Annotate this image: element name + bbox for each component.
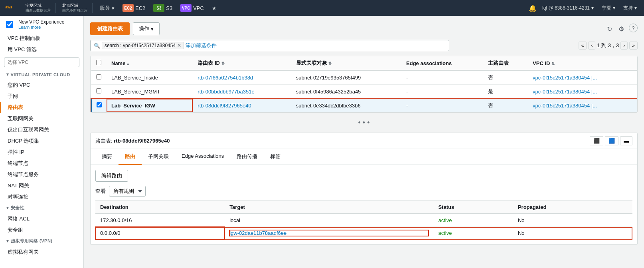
row3-edge: - <box>401 99 483 113</box>
add-filter-button[interactable]: 添加筛选条件 <box>186 42 217 49</box>
user-chevron-icon: ▾ <box>591 5 594 11</box>
nav-services[interactable]: 服务 ▾ <box>97 4 117 12</box>
nav-vpc[interactable]: VPC VPC <box>178 4 206 12</box>
region2-info: 北京区域 由光环新网运营 <box>62 3 87 13</box>
sidebar-item-vpc-dashboard[interactable]: VPC 控制面板 <box>0 33 83 44</box>
pagination: « ‹ 1 到 3，3 › » <box>579 42 638 50</box>
row3-vpc: vpc-0f15c25171a380454 |... <box>528 99 637 113</box>
tab-summary[interactable]: 摘要 <box>95 149 119 165</box>
view-side-button[interactable]: ▬ <box>620 136 632 145</box>
row3-main: 否 <box>483 99 528 113</box>
route1-dest: 172.30.0.0/16 <box>95 214 225 227</box>
pagination-next-button[interactable]: › <box>620 42 628 50</box>
bell-icon[interactable]: 🔔 <box>529 4 537 12</box>
table-header-row: Name ▴ 路由表 ID ⇅ 显式关联对象 ⇅ Edge associat <box>91 56 638 70</box>
help-button[interactable]: ? <box>629 24 638 32</box>
filter-label: 查看 <box>95 188 106 195</box>
section-title-security: ▾ 安全性 <box>6 205 77 211</box>
row2-explicit: subnet-0f45986a43252ba45 <box>291 85 401 99</box>
route2-propagated: No <box>513 227 632 240</box>
toolbar-right: ↻ ⚙ ? <box>605 24 638 34</box>
top-nav: aws 宁夏区域 由西云数据运营 北京区域 由光环新网运营 服务 ▾ EC2 E… <box>0 0 644 16</box>
sidebar-item-your-vpc[interactable]: 您的 VPC <box>0 79 83 91</box>
filter-select[interactable]: 所有规则 <box>109 186 146 197</box>
tab-edge-assoc[interactable]: Edge Associations <box>175 149 230 165</box>
toggle-label: New VPC Experience <box>18 19 64 25</box>
nav-s3[interactable]: S3 S3 <box>151 4 175 12</box>
tab-tags[interactable]: 标签 <box>264 149 287 165</box>
svg-text:aws: aws <box>5 5 12 9</box>
select-all-checkbox[interactable] <box>96 60 101 65</box>
sidebar-item-endpoints[interactable]: 终端节点 <box>0 158 83 169</box>
view-split-button[interactable]: ⬛ <box>590 136 603 145</box>
row2-check[interactable] <box>96 88 101 93</box>
tab-subnet-assoc[interactable]: 子网关联 <box>142 149 175 165</box>
nav-region[interactable]: 宁夏 ▾ <box>599 5 618 12</box>
routes-col-propagated: Propagated <box>513 201 632 214</box>
region1-sub: 由西云数据运营 <box>26 8 51 13</box>
toggle-sublabel[interactable]: Learn more <box>18 25 64 30</box>
sidebar-item-egress-gateway[interactable]: 仅出口互联网网关 <box>0 124 83 135</box>
breadcrumb-value: rtb-08ddcf9f827965e40 <box>114 138 170 144</box>
row1-edge: - <box>401 70 483 85</box>
pagination-prev-button[interactable]: ‹ <box>588 42 595 50</box>
services-chevron-icon: ▾ <box>112 5 115 11</box>
sidebar-item-elastic-ip[interactable]: 弹性 IP <box>0 147 83 158</box>
sidebar-item-endpoint-services[interactable]: 终端节点服务 <box>0 169 83 180</box>
row1-main: 否 <box>483 70 528 85</box>
vpc-icon: VPC <box>180 4 192 12</box>
actions-button[interactable]: 操作 ▾ <box>133 22 160 35</box>
table-row[interactable]: LAB_Service_MGMT rtb-00bbddbb977ba351e s… <box>91 85 638 99</box>
name-sort-icon[interactable]: ▴ <box>127 62 129 66</box>
sidebar-item-internet-gateway[interactable]: 互联网网关 <box>0 113 83 124</box>
pagination-last-button[interactable]: » <box>629 42 638 50</box>
sidebar-item-dhcp[interactable]: DHCP 选项集 <box>0 135 83 147</box>
sidebar-item-nacl[interactable]: 网络 ACL <box>0 213 83 224</box>
tab-route-propagation[interactable]: 路由传播 <box>230 149 264 165</box>
settings-button[interactable]: ⚙ <box>617 24 626 34</box>
sidebar-item-security-groups[interactable]: 安全组 <box>0 224 83 236</box>
toolbar: 创建路由表 操作 ▾ ↻ ⚙ ? <box>90 22 638 35</box>
row1-checkbox <box>91 70 107 85</box>
new-vpc-toggle[interactable] <box>3 21 16 28</box>
pagination-first-button[interactable]: « <box>579 42 587 50</box>
row3-explicit: subnet-0e334dc2dbfbe33b6 <box>291 99 401 113</box>
nav-divider <box>55 3 56 13</box>
sidebar-item-route-table[interactable]: 路由表 <box>0 102 83 113</box>
search-tag-remove[interactable]: ✕ <box>177 43 181 48</box>
sidebar-item-subnet[interactable]: 子网 <box>0 91 83 102</box>
routeid-sort-icon[interactable]: ⇅ <box>221 61 225 66</box>
nav-user[interactable]: lql @ 6386-3116-4231 ▾ <box>540 5 596 11</box>
col-main-route: 主路由表 <box>483 56 528 70</box>
row1-check[interactable] <box>96 74 101 79</box>
sidebar-section-vpc: ▾ VIRTUAL PRIVATE CLOUD <box>0 69 83 79</box>
search-row: 🔍 search : vpc-0f15c25171a380454 ✕ 添加筛选条… <box>90 40 638 51</box>
region2-label: 北京区域 <box>62 3 87 8</box>
detail-header: 路由表: rtb-08ddcf9f827965e40 ⬛ 🟦 ▬ <box>91 133 637 149</box>
row3-check[interactable] <box>97 102 102 107</box>
sidebar-item-peering[interactable]: 对等连接 <box>0 191 83 202</box>
table-row[interactable]: LAB_Service_Inside rtb-07f66a02754b1b38d… <box>91 70 638 85</box>
region-info: 宁夏区域 由西云数据运营 <box>26 3 51 13</box>
view-bottom-button[interactable]: 🟦 <box>605 136 618 145</box>
sidebar-item-virtual-private-gateway[interactable]: 虚拟私有网关 <box>0 246 83 258</box>
sidebar-item-nat-gateway[interactable]: NAT 网关 <box>0 180 83 191</box>
edit-routes-button[interactable]: 编辑路由 <box>95 170 128 182</box>
route1-status: active <box>433 214 513 227</box>
region-chevron-icon: ▾ <box>613 5 615 11</box>
create-route-table-button[interactable]: 创建路由表 <box>90 22 130 35</box>
routes-col-destination: Destination <box>95 201 225 214</box>
table-row-selected[interactable]: Lab_Service_IGW rtb-08ddcf9f827965e40 su… <box>91 99 638 113</box>
vpcid-sort-icon[interactable]: ⇅ <box>551 62 555 66</box>
refresh-button[interactable]: ↻ <box>605 24 614 34</box>
nav-ec2[interactable]: EC2 EC2 <box>120 4 148 12</box>
nav-support[interactable]: 支持 ▾ <box>621 5 639 12</box>
detail-view-buttons: ⬛ 🟦 ▬ <box>590 136 632 145</box>
sidebar-item-filter-vpc[interactable]: 用 VPC 筛选 <box>0 44 83 55</box>
vpc-filter-input[interactable] <box>4 58 79 67</box>
explicit-sort-icon[interactable]: ⇅ <box>328 61 332 66</box>
app-layout: New VPC Experience Learn more VPC 控制面板 用… <box>0 16 644 268</box>
nav-bookmark[interactable]: ★ <box>209 5 219 11</box>
tab-routes[interactable]: 路由 <box>119 149 142 165</box>
search-tag: search : vpc-0f15c25171a380454 ✕ <box>102 42 184 49</box>
